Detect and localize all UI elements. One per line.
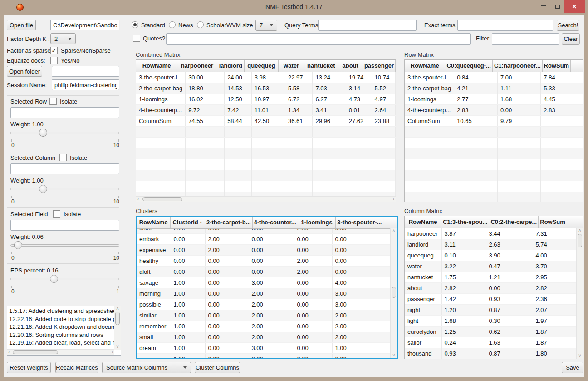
table-row[interactable]: healthy0.000.000.002.000.00 <box>137 256 390 267</box>
scroll-down-icon[interactable]: ˅ <box>116 345 119 349</box>
cell[interactable]: 1.00 <box>171 343 205 354</box>
cell[interactable]: 2.00 <box>332 332 376 343</box>
table-row[interactable]: 1-loomings2.771.684.45 <box>405 94 583 105</box>
cell[interactable]: 0.00 <box>294 354 332 359</box>
cell[interactable]: remember <box>137 321 171 332</box>
cell[interactable]: 2.07 <box>533 305 560 316</box>
cell[interactable]: 7.03 <box>313 83 346 94</box>
column-header[interactable]: 3-the-spouter-... <box>336 217 383 228</box>
cell[interactable] <box>376 310 390 321</box>
cell[interactable]: 9.79 <box>498 116 541 127</box>
equalize-docs-checkbox[interactable] <box>50 57 58 64</box>
cell[interactable] <box>376 245 390 256</box>
cell[interactable]: nantucket <box>405 272 441 283</box>
cell[interactable]: 4.21 <box>454 83 498 94</box>
cell[interactable]: 0.93 <box>441 348 486 359</box>
cell[interactable]: 1.75 <box>441 272 486 283</box>
scroll-up-icon[interactable]: ˄ <box>392 229 395 233</box>
cell[interactable]: 2.00 <box>249 310 294 321</box>
cell[interactable]: 3-the-spouter-i... <box>405 72 454 83</box>
table-row[interactable]: dream1.000.003.000.001.00 <box>137 343 390 354</box>
cell[interactable]: 2.00 <box>205 245 249 256</box>
scroll-up-icon[interactable]: ˄ <box>116 307 119 311</box>
cell[interactable]: 3.90 <box>486 250 533 261</box>
cell[interactable]: aloft <box>137 267 171 277</box>
cell[interactable]: 0.00 <box>205 277 249 288</box>
radio-scholar[interactable] <box>197 21 204 28</box>
cell[interactable]: 1-loomings <box>136 94 186 105</box>
cell[interactable]: 1.25 <box>441 327 486 337</box>
cell[interactable]: 0.00 <box>171 229 205 234</box>
slider-track[interactable] <box>10 244 119 247</box>
cell[interactable]: 3.00 <box>332 299 376 310</box>
cell[interactable]: 1.11 <box>498 83 541 94</box>
cell[interactable]: 5.74 <box>533 239 560 250</box>
cell[interactable]: 16.02 <box>186 94 225 105</box>
cell[interactable]: 2.00 <box>249 332 294 343</box>
cell[interactable]: 4-the-counterp... <box>136 105 186 116</box>
cell[interactable] <box>560 348 576 359</box>
cell[interactable]: 3.00 <box>332 288 376 299</box>
folder-input[interactable] <box>52 66 119 77</box>
cell[interactable]: 0.00 <box>249 256 294 267</box>
cell[interactable]: 3.00 <box>249 277 294 288</box>
cell[interactable] <box>568 94 583 105</box>
cell[interactable]: 3.00 <box>249 343 294 354</box>
close-button[interactable]: ✕ <box>564 0 585 13</box>
cell[interactable]: 0.10 <box>441 250 486 261</box>
slider-thumb[interactable] <box>39 129 47 137</box>
cell[interactable] <box>376 343 390 354</box>
cell[interactable] <box>560 337 576 348</box>
cell[interactable]: 2.63 <box>486 239 533 250</box>
cell[interactable]: 2.36 <box>533 294 560 305</box>
cell[interactable]: 1.00 <box>171 332 205 343</box>
cell[interactable]: 0.87 <box>486 348 533 359</box>
cell[interactable]: 4.73 <box>346 94 372 105</box>
cell[interactable]: 0.00 <box>171 267 205 277</box>
cell[interactable]: 2.82 <box>533 283 560 294</box>
cell[interactable]: 0.00 <box>249 234 294 245</box>
scroll-left-icon[interactable]: ‹ <box>8 350 10 355</box>
table-row[interactable]: 2-the-carpet-bag4.211.115.33 <box>405 83 583 94</box>
cell[interactable]: 1.34 <box>285 105 313 116</box>
minimize-button[interactable] <box>537 0 550 13</box>
cell[interactable]: 74.55 <box>186 116 225 127</box>
selected-column-input[interactable] <box>10 163 119 174</box>
cell[interactable]: 1.87 <box>533 337 560 348</box>
cell[interactable]: 0.00 <box>249 229 294 234</box>
scroll-down-icon[interactable]: ˅ <box>578 354 581 358</box>
search-button[interactable]: Search! <box>557 20 579 31</box>
column-header[interactable]: queequeg <box>244 60 278 72</box>
table-row[interactable]: remember1.000.002.000.002.00 <box>137 321 390 332</box>
cell[interactable]: ColumnSum <box>405 116 454 127</box>
scrollbar-thumb[interactable] <box>392 287 396 298</box>
column-header[interactable]: C1:harpooneer... <box>492 60 542 72</box>
cell[interactable] <box>560 316 576 327</box>
changelog-item[interactable]: 12.20.16: Sorting columns and rows <box>9 331 121 339</box>
scrollbar-thumb[interactable] <box>142 197 182 201</box>
title-bar[interactable]: NMF Testbed 1.4.17 ✕ <box>0 0 588 15</box>
cell[interactable]: 0.00 <box>498 105 541 116</box>
cell[interactable]: 0.00 <box>171 234 205 245</box>
cell[interactable]: 16.53 <box>251 83 285 94</box>
cell[interactable]: 0.00 <box>294 321 332 332</box>
cell[interactable]: 1.20 <box>441 305 486 316</box>
slider-track[interactable] <box>10 278 119 280</box>
cell[interactable]: 1.97 <box>533 316 560 327</box>
cell[interactable]: 4.45 <box>541 94 568 105</box>
cell[interactable]: 4-the-counterp... <box>405 105 454 116</box>
cell[interactable]: 0.00 <box>332 234 376 245</box>
column-header[interactable] <box>571 60 583 72</box>
cell[interactable]: 1.00 <box>332 343 376 354</box>
cell[interactable]: 2.64 <box>372 105 395 116</box>
cell[interactable]: 29.96 <box>313 116 346 127</box>
factor-sparse-checkbox[interactable]: ✓ <box>50 47 58 54</box>
cell[interactable]: 0.00 <box>205 310 249 321</box>
cell[interactable]: 10.97 <box>251 94 285 105</box>
cell[interactable]: 3.98 <box>251 72 285 83</box>
cell[interactable] <box>568 83 583 94</box>
clusters-vertical-scrollbar[interactable]: ˄ ˅ <box>390 228 397 358</box>
cell[interactable]: 0.30 <box>486 316 533 327</box>
radio-standard[interactable] <box>132 21 138 28</box>
table-row[interactable]: embark0.002.000.000.000.00 <box>137 234 390 245</box>
